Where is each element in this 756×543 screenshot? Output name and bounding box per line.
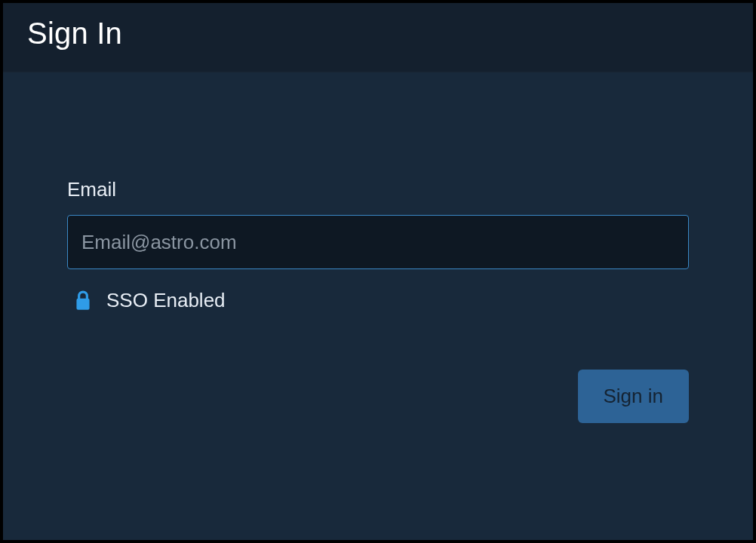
- lock-icon: [73, 290, 93, 312]
- sign-in-button[interactable]: Sign in: [578, 370, 690, 423]
- header: Sign In: [3, 3, 753, 72]
- email-label: Email: [67, 178, 689, 201]
- sso-status-row: SSO Enabled: [67, 289, 689, 312]
- email-field[interactable]: [67, 215, 689, 269]
- sso-status-text: SSO Enabled: [106, 289, 226, 312]
- page-title: Sign In: [27, 17, 729, 51]
- svg-rect-0: [76, 298, 89, 309]
- sign-in-screen: Sign In Email SSO Enabled Sign in: [3, 3, 753, 540]
- sign-in-form: Email SSO Enabled Sign in: [3, 72, 753, 423]
- button-row: Sign in: [67, 370, 689, 423]
